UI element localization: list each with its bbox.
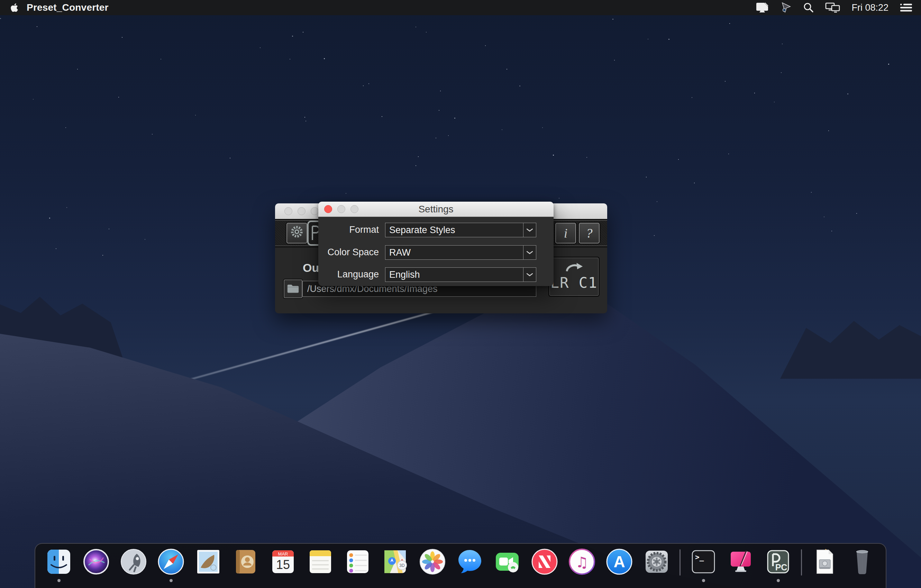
running-indicator-dot bbox=[702, 579, 705, 582]
convert-lr-c1-button[interactable]: LR C1 bbox=[549, 258, 599, 296]
sysprefs-icon bbox=[642, 547, 671, 576]
svg-text:♫: ♫ bbox=[575, 554, 589, 571]
trash-icon bbox=[848, 547, 877, 576]
remote-display-icon[interactable] bbox=[755, 2, 769, 13]
dock-item-news[interactable] bbox=[530, 547, 559, 576]
siri-icon bbox=[81, 547, 111, 576]
format-value: Separate Styles bbox=[386, 225, 523, 236]
menubar-clock[interactable]: Fri 08:22 bbox=[851, 2, 888, 13]
dock-item-presetconverter[interactable]: PC bbox=[763, 547, 792, 576]
dock-item-photos[interactable] bbox=[418, 547, 447, 576]
svg-text:3D: 3D bbox=[399, 563, 405, 568]
help-icon: ? bbox=[586, 226, 593, 241]
chevron-down-icon bbox=[523, 268, 536, 281]
diskimage-icon bbox=[810, 547, 840, 576]
messages-icon bbox=[455, 547, 484, 576]
dock-item-maps[interactable]: 3D bbox=[381, 547, 410, 576]
folder-icon bbox=[286, 282, 300, 296]
maps-icon: 3D bbox=[381, 547, 410, 576]
running-indicator-dot bbox=[169, 579, 172, 582]
settings-dialog: Settings Format Separate Styles Color Sp… bbox=[318, 201, 553, 286]
safari-icon bbox=[156, 547, 186, 576]
settings-title: Settings bbox=[318, 204, 553, 215]
settings-body: Format Separate Styles Color Space RAW L… bbox=[318, 217, 553, 286]
mail-icon bbox=[194, 547, 223, 576]
menu-bar: Preset_Converter bbox=[0, 0, 921, 15]
chevron-down-icon bbox=[523, 245, 536, 260]
dock-item-trash[interactable] bbox=[848, 547, 877, 576]
dock-item-diskimage[interactable] bbox=[810, 547, 840, 576]
convert-arrow-icon bbox=[564, 263, 584, 274]
dock-item-launchpad[interactable] bbox=[119, 547, 148, 576]
dock-item-appstore[interactable]: A bbox=[605, 547, 634, 576]
running-indicator-dot bbox=[777, 579, 780, 582]
format-select[interactable]: Separate Styles bbox=[385, 223, 536, 237]
format-row: Format Separate Styles bbox=[318, 223, 553, 237]
language-label: Language bbox=[275, 269, 379, 280]
dock-item-terminal[interactable]: >_ bbox=[689, 547, 718, 576]
color-space-label: Color Space bbox=[275, 247, 379, 258]
finder-icon bbox=[44, 547, 73, 576]
help-button[interactable]: ? bbox=[579, 223, 600, 244]
facetime-icon bbox=[493, 547, 522, 576]
dock-item-sysprefs[interactable] bbox=[642, 547, 671, 576]
dock-item-facetime[interactable] bbox=[493, 547, 522, 576]
info-icon: i bbox=[564, 226, 568, 241]
zoom-button-inactive[interactable] bbox=[311, 207, 319, 215]
terminal-icon: >_ bbox=[689, 547, 718, 576]
language-row: Language English bbox=[318, 267, 553, 282]
dock-item-siri[interactable] bbox=[81, 547, 111, 576]
cleanmymac-icon bbox=[726, 547, 755, 576]
dock-item-notes[interactable] bbox=[306, 547, 335, 576]
dock: MAR153D♫A>_PC bbox=[34, 543, 887, 588]
news-icon bbox=[530, 547, 559, 576]
dock-item-mail[interactable] bbox=[194, 547, 223, 576]
dock-item-contacts[interactable] bbox=[231, 547, 260, 576]
dock-separator bbox=[801, 549, 802, 575]
apple-menu-icon[interactable] bbox=[10, 3, 18, 13]
color-space-row: Color Space RAW bbox=[318, 245, 553, 260]
chevron-down-icon bbox=[523, 223, 536, 237]
settings-titlebar[interactable]: Settings bbox=[318, 201, 553, 217]
color-space-select[interactable]: RAW bbox=[385, 245, 536, 260]
spotlight-search-icon[interactable] bbox=[803, 2, 814, 13]
format-label: Format bbox=[275, 224, 379, 235]
presetconverter-icon: PC bbox=[763, 547, 792, 576]
convert-button-label: LR C1 bbox=[550, 274, 597, 291]
language-select[interactable]: English bbox=[385, 267, 536, 282]
dock-item-calendar[interactable]: MAR15 bbox=[268, 547, 298, 576]
dock-item-reminders[interactable] bbox=[343, 547, 372, 576]
svg-text:A: A bbox=[613, 553, 625, 571]
dock-item-safari[interactable] bbox=[156, 547, 186, 576]
dock-separator bbox=[680, 549, 680, 575]
notification-list-icon[interactable] bbox=[900, 2, 913, 13]
reminders-icon bbox=[343, 547, 372, 576]
dock-item-cleanmymac[interactable] bbox=[726, 547, 755, 576]
photos-icon bbox=[418, 547, 447, 576]
dock-item-finder[interactable] bbox=[44, 547, 73, 576]
close-button-inactive[interactable] bbox=[285, 207, 292, 215]
remote-cursor-icon[interactable] bbox=[780, 2, 792, 13]
svg-text:>_: >_ bbox=[695, 553, 704, 561]
choose-folder-button[interactable] bbox=[284, 279, 303, 298]
dock-item-messages[interactable] bbox=[455, 547, 484, 576]
minimize-button-inactive[interactable] bbox=[298, 207, 306, 215]
launchpad-icon bbox=[119, 547, 148, 576]
svg-text:15: 15 bbox=[276, 557, 290, 572]
menubar-app-name[interactable]: Preset_Converter bbox=[27, 2, 109, 13]
svg-text:PC: PC bbox=[775, 562, 788, 572]
contacts-icon bbox=[231, 547, 260, 576]
running-indicator-dot bbox=[57, 579, 60, 582]
calendar-icon: MAR15 bbox=[268, 547, 298, 576]
itunes-icon: ♫ bbox=[568, 547, 597, 576]
color-space-value: RAW bbox=[386, 247, 523, 258]
language-value: English bbox=[386, 270, 523, 280]
dock-item-itunes[interactable]: ♫ bbox=[568, 547, 597, 576]
screen-mirroring-icon[interactable] bbox=[825, 2, 840, 13]
appstore-icon: A bbox=[605, 547, 634, 576]
info-button[interactable]: i bbox=[555, 223, 576, 244]
notes-icon bbox=[306, 547, 335, 576]
svg-text:MAR: MAR bbox=[278, 551, 288, 557]
